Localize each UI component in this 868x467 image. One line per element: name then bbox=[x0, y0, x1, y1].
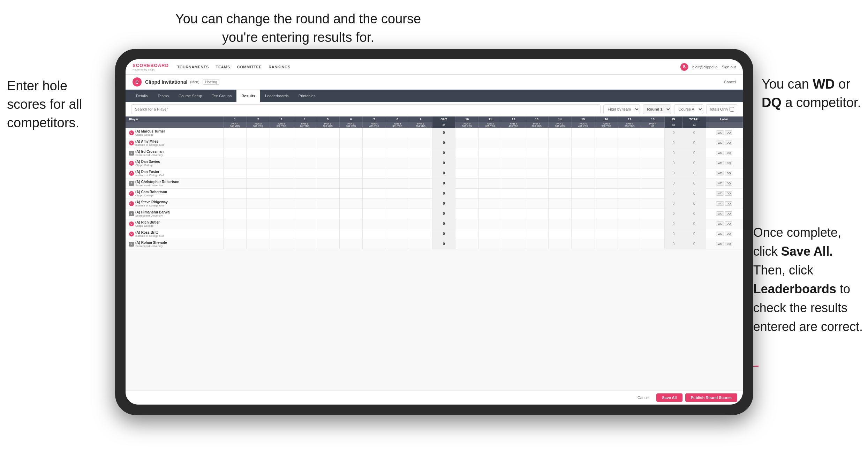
score-input-5[interactable] bbox=[316, 128, 339, 138]
score-input-10[interactable] bbox=[455, 229, 478, 239]
score-hole-11[interactable] bbox=[479, 219, 502, 229]
dq-button[interactable]: DQ bbox=[725, 130, 732, 135]
score-hole-5[interactable] bbox=[316, 198, 340, 209]
tab-results[interactable]: Results bbox=[236, 90, 260, 102]
score-hole-15[interactable] bbox=[572, 158, 595, 168]
score-input-10[interactable] bbox=[455, 239, 478, 249]
score-hole-10[interactable] bbox=[455, 158, 479, 168]
score-input-4[interactable] bbox=[293, 179, 316, 188]
wd-button[interactable]: WD bbox=[716, 191, 724, 196]
score-input-8[interactable] bbox=[386, 189, 409, 198]
score-input-6[interactable] bbox=[340, 138, 363, 148]
score-hole-18[interactable] bbox=[641, 198, 664, 209]
wd-button[interactable]: WD bbox=[716, 141, 724, 145]
score-hole-5[interactable] bbox=[316, 168, 340, 178]
wd-button[interactable]: WD bbox=[716, 211, 724, 216]
score-hole-13[interactable] bbox=[525, 138, 549, 148]
score-hole-17[interactable] bbox=[618, 148, 641, 158]
score-input-15[interactable] bbox=[572, 168, 595, 178]
score-hole-9[interactable] bbox=[409, 219, 432, 229]
score-input-5[interactable] bbox=[316, 189, 339, 198]
score-label[interactable]: WDDQ bbox=[706, 209, 742, 219]
score-hole-2[interactable] bbox=[247, 209, 270, 219]
score-input-14[interactable] bbox=[549, 128, 572, 138]
score-hole-11[interactable] bbox=[479, 209, 502, 219]
save-all-button[interactable]: Save All bbox=[656, 393, 682, 402]
score-hole-18[interactable] bbox=[641, 128, 664, 138]
score-hole-16[interactable] bbox=[595, 128, 618, 138]
score-hole-6[interactable] bbox=[339, 219, 363, 229]
score-input-16[interactable] bbox=[595, 229, 618, 239]
score-input-5[interactable] bbox=[316, 229, 339, 239]
score-input-1[interactable] bbox=[224, 158, 247, 168]
score-hole-15[interactable] bbox=[572, 198, 595, 209]
score-hole-5[interactable] bbox=[316, 128, 340, 138]
score-input-4[interactable] bbox=[293, 158, 316, 168]
score-input-16[interactable] bbox=[595, 128, 618, 138]
score-hole-1[interactable] bbox=[223, 188, 247, 198]
score-hole-3[interactable] bbox=[270, 219, 293, 229]
score-hole-17[interactable] bbox=[618, 219, 641, 229]
score-hole-2[interactable] bbox=[247, 188, 270, 198]
score-input-7[interactable] bbox=[363, 189, 386, 198]
score-input-17[interactable] bbox=[618, 229, 641, 239]
score-hole-1[interactable] bbox=[223, 158, 247, 168]
dq-button[interactable]: DQ bbox=[725, 161, 732, 165]
score-input-17[interactable] bbox=[618, 199, 641, 209]
score-input-2[interactable] bbox=[247, 239, 270, 249]
wd-button[interactable]: WD bbox=[716, 161, 724, 165]
score-input-6[interactable] bbox=[340, 229, 363, 239]
tab-details[interactable]: Details bbox=[131, 90, 153, 102]
score-input-12[interactable] bbox=[502, 199, 525, 209]
score-hole-15[interactable] bbox=[572, 178, 595, 188]
score-input-12[interactable] bbox=[502, 148, 525, 158]
score-hole-11[interactable] bbox=[479, 158, 502, 168]
score-hole-4[interactable] bbox=[293, 239, 316, 249]
score-input-6[interactable] bbox=[340, 128, 363, 138]
score-hole-7[interactable] bbox=[363, 178, 386, 188]
score-input-12[interactable] bbox=[502, 189, 525, 198]
score-hole-13[interactable] bbox=[525, 188, 549, 198]
score-input-13[interactable] bbox=[525, 138, 548, 148]
score-input-4[interactable] bbox=[293, 189, 316, 198]
score-input-8[interactable] bbox=[386, 148, 409, 158]
nav-committee[interactable]: COMMITTEE bbox=[237, 65, 262, 69]
score-label[interactable]: WDDQ bbox=[706, 229, 742, 239]
score-hole-9[interactable] bbox=[409, 239, 432, 249]
score-hole-17[interactable] bbox=[618, 158, 641, 168]
score-hole-14[interactable] bbox=[548, 209, 572, 219]
score-hole-18[interactable] bbox=[641, 239, 664, 249]
nav-rankings[interactable]: RANKINGS bbox=[269, 65, 290, 69]
score-hole-8[interactable] bbox=[386, 168, 409, 178]
score-hole-13[interactable] bbox=[525, 239, 549, 249]
score-input-12[interactable] bbox=[502, 138, 525, 148]
score-input-9[interactable] bbox=[409, 229, 432, 239]
nav-tournaments[interactable]: TOURNAMENTS bbox=[177, 65, 209, 69]
score-input-1[interactable] bbox=[224, 189, 247, 198]
score-input-13[interactable] bbox=[525, 128, 548, 138]
score-hole-1[interactable] bbox=[223, 209, 247, 219]
score-hole-3[interactable] bbox=[270, 148, 293, 158]
score-input-8[interactable] bbox=[386, 219, 409, 229]
score-input-18[interactable] bbox=[641, 168, 664, 178]
score-input-11[interactable] bbox=[479, 209, 502, 219]
dq-button[interactable]: DQ bbox=[725, 221, 732, 226]
score-hole-14[interactable] bbox=[548, 128, 572, 138]
score-hole-10[interactable] bbox=[455, 198, 479, 209]
score-input-15[interactable] bbox=[572, 138, 595, 148]
score-hole-11[interactable] bbox=[479, 148, 502, 158]
score-hole-12[interactable] bbox=[502, 138, 525, 148]
score-hole-4[interactable] bbox=[293, 128, 316, 138]
score-label[interactable]: WDDQ bbox=[706, 128, 742, 138]
score-input-15[interactable] bbox=[572, 148, 595, 158]
score-hole-6[interactable] bbox=[339, 229, 363, 239]
score-hole-3[interactable] bbox=[270, 168, 293, 178]
score-hole-10[interactable] bbox=[455, 219, 479, 229]
score-input-1[interactable] bbox=[224, 229, 247, 239]
dq-button[interactable]: DQ bbox=[725, 201, 732, 206]
score-input-18[interactable] bbox=[641, 209, 664, 219]
score-input-10[interactable] bbox=[455, 189, 478, 198]
score-hole-9[interactable] bbox=[409, 148, 432, 158]
score-input-3[interactable] bbox=[270, 168, 293, 178]
score-input-6[interactable] bbox=[340, 199, 363, 209]
